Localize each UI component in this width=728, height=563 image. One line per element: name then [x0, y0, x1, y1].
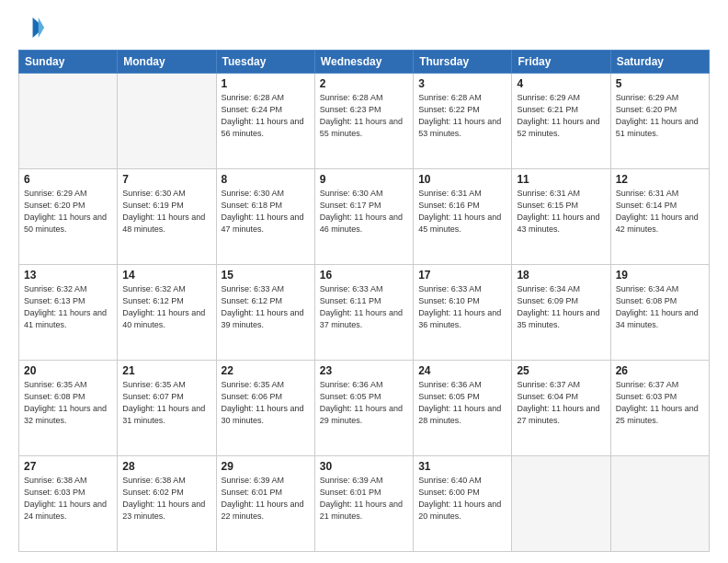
day-info: Sunrise: 6:39 AM Sunset: 6:01 PM Dayligh… — [222, 475, 310, 523]
day-info: Sunrise: 6:29 AM Sunset: 6:20 PM Dayligh… — [24, 188, 112, 236]
day-info: Sunrise: 6:29 AM Sunset: 6:20 PM Dayligh… — [616, 92, 704, 140]
day-info: Sunrise: 6:35 AM Sunset: 6:06 PM Dayligh… — [222, 379, 310, 427]
calendar-cell: 17Sunrise: 6:33 AM Sunset: 6:10 PM Dayli… — [414, 265, 512, 361]
weekday-header-monday: Monday — [118, 51, 216, 74]
calendar-cell: 25Sunrise: 6:37 AM Sunset: 6:04 PM Dayli… — [512, 361, 610, 456]
calendar-cell: 8Sunrise: 6:30 AM Sunset: 6:18 PM Daylig… — [216, 169, 314, 265]
day-info: Sunrise: 6:35 AM Sunset: 6:08 PM Dayligh… — [24, 379, 112, 427]
day-number: 1 — [222, 77, 310, 90]
calendar-cell: 29Sunrise: 6:39 AM Sunset: 6:01 PM Dayli… — [216, 456, 314, 552]
day-info: Sunrise: 6:40 AM Sunset: 6:00 PM Dayligh… — [418, 475, 506, 523]
day-number: 26 — [616, 364, 704, 377]
day-info: Sunrise: 6:32 AM Sunset: 6:12 PM Dayligh… — [122, 283, 210, 331]
day-number: 9 — [320, 173, 408, 186]
weekday-header-friday: Friday — [512, 51, 610, 74]
day-info: Sunrise: 6:29 AM Sunset: 6:21 PM Dayligh… — [517, 92, 605, 140]
day-number: 20 — [24, 364, 112, 377]
day-info: Sunrise: 6:37 AM Sunset: 6:03 PM Dayligh… — [616, 379, 704, 427]
calendar-cell: 5Sunrise: 6:29 AM Sunset: 6:20 PM Daylig… — [610, 74, 709, 169]
day-number: 23 — [320, 364, 408, 377]
day-number: 15 — [222, 269, 310, 282]
calendar-cell — [118, 74, 216, 169]
day-number: 17 — [418, 269, 506, 282]
day-info: Sunrise: 6:37 AM Sunset: 6:04 PM Dayligh… — [517, 379, 605, 427]
day-info: Sunrise: 6:39 AM Sunset: 6:01 PM Dayligh… — [320, 475, 408, 523]
calendar-cell: 31Sunrise: 6:40 AM Sunset: 6:00 PM Dayli… — [414, 456, 512, 552]
calendar-cell: 4Sunrise: 6:29 AM Sunset: 6:21 PM Daylig… — [512, 74, 610, 169]
calendar-cell: 7Sunrise: 6:30 AM Sunset: 6:19 PM Daylig… — [118, 169, 216, 265]
calendar-cell: 21Sunrise: 6:35 AM Sunset: 6:07 PM Dayli… — [118, 361, 216, 456]
day-info: Sunrise: 6:28 AM Sunset: 6:23 PM Dayligh… — [320, 92, 408, 140]
day-info: Sunrise: 6:33 AM Sunset: 6:11 PM Dayligh… — [320, 283, 408, 331]
day-info: Sunrise: 6:31 AM Sunset: 6:16 PM Dayligh… — [418, 188, 506, 236]
day-number: 19 — [616, 269, 704, 282]
calendar-cell: 10Sunrise: 6:31 AM Sunset: 6:16 PM Dayli… — [414, 169, 512, 265]
calendar-cell: 16Sunrise: 6:33 AM Sunset: 6:11 PM Dayli… — [314, 265, 413, 361]
day-number: 14 — [122, 269, 210, 282]
calendar-cell: 14Sunrise: 6:32 AM Sunset: 6:12 PM Dayli… — [118, 265, 216, 361]
weekday-header-tuesday: Tuesday — [216, 51, 314, 74]
day-number: 12 — [616, 173, 704, 186]
day-info: Sunrise: 6:33 AM Sunset: 6:10 PM Dayligh… — [418, 283, 506, 331]
day-info: Sunrise: 6:32 AM Sunset: 6:13 PM Dayligh… — [24, 283, 112, 331]
day-info: Sunrise: 6:38 AM Sunset: 6:03 PM Dayligh… — [24, 475, 112, 523]
logo-icon — [18, 15, 44, 40]
calendar-cell — [512, 456, 610, 552]
calendar-week-2: 6Sunrise: 6:29 AM Sunset: 6:20 PM Daylig… — [19, 169, 710, 265]
day-number: 22 — [222, 364, 310, 377]
day-info: Sunrise: 6:30 AM Sunset: 6:18 PM Dayligh… — [222, 188, 310, 236]
weekday-header-saturday: Saturday — [610, 51, 709, 74]
day-number: 30 — [320, 460, 408, 473]
calendar-cell: 3Sunrise: 6:28 AM Sunset: 6:22 PM Daylig… — [414, 74, 512, 169]
day-number: 18 — [517, 269, 605, 282]
logo — [18, 15, 48, 40]
calendar-cell: 13Sunrise: 6:32 AM Sunset: 6:13 PM Dayli… — [19, 265, 118, 361]
day-number: 8 — [222, 173, 310, 186]
header — [18, 15, 710, 40]
calendar-cell: 22Sunrise: 6:35 AM Sunset: 6:06 PM Dayli… — [216, 361, 314, 456]
day-number: 28 — [122, 460, 210, 473]
calendar-cell: 18Sunrise: 6:34 AM Sunset: 6:09 PM Dayli… — [512, 265, 610, 361]
calendar-cell: 19Sunrise: 6:34 AM Sunset: 6:08 PM Dayli… — [610, 265, 709, 361]
day-info: Sunrise: 6:28 AM Sunset: 6:22 PM Dayligh… — [418, 92, 506, 140]
day-info: Sunrise: 6:33 AM Sunset: 6:12 PM Dayligh… — [222, 283, 310, 331]
calendar-week-3: 13Sunrise: 6:32 AM Sunset: 6:13 PM Dayli… — [19, 265, 710, 361]
calendar-cell — [610, 456, 709, 552]
day-number: 24 — [418, 364, 506, 377]
calendar-cell: 28Sunrise: 6:38 AM Sunset: 6:02 PM Dayli… — [118, 456, 216, 552]
weekday-header-wednesday: Wednesday — [314, 51, 413, 74]
day-info: Sunrise: 6:34 AM Sunset: 6:08 PM Dayligh… — [616, 283, 704, 331]
calendar-cell: 27Sunrise: 6:38 AM Sunset: 6:03 PM Dayli… — [19, 456, 118, 552]
calendar-cell: 23Sunrise: 6:36 AM Sunset: 6:05 PM Dayli… — [314, 361, 413, 456]
day-info: Sunrise: 6:31 AM Sunset: 6:14 PM Dayligh… — [616, 188, 704, 236]
svg-marker-1 — [39, 17, 44, 38]
day-number: 6 — [24, 173, 112, 186]
calendar-cell: 20Sunrise: 6:35 AM Sunset: 6:08 PM Dayli… — [19, 361, 118, 456]
day-number: 25 — [517, 364, 605, 377]
calendar-cell: 30Sunrise: 6:39 AM Sunset: 6:01 PM Dayli… — [314, 456, 413, 552]
day-number: 27 — [24, 460, 112, 473]
day-number: 4 — [517, 77, 605, 90]
day-number: 11 — [517, 173, 605, 186]
calendar-cell: 15Sunrise: 6:33 AM Sunset: 6:12 PM Dayli… — [216, 265, 314, 361]
day-number: 5 — [616, 77, 704, 90]
calendar-cell: 1Sunrise: 6:28 AM Sunset: 6:24 PM Daylig… — [216, 74, 314, 169]
day-number: 29 — [222, 460, 310, 473]
weekday-header-sunday: Sunday — [19, 51, 118, 74]
calendar-week-1: 1Sunrise: 6:28 AM Sunset: 6:24 PM Daylig… — [19, 74, 710, 169]
calendar-cell: 2Sunrise: 6:28 AM Sunset: 6:23 PM Daylig… — [314, 74, 413, 169]
calendar-cell — [19, 74, 118, 169]
day-info: Sunrise: 6:31 AM Sunset: 6:15 PM Dayligh… — [517, 188, 605, 236]
day-info: Sunrise: 6:36 AM Sunset: 6:05 PM Dayligh… — [418, 379, 506, 427]
calendar-week-5: 27Sunrise: 6:38 AM Sunset: 6:03 PM Dayli… — [19, 456, 710, 552]
day-number: 2 — [320, 77, 408, 90]
day-number: 3 — [418, 77, 506, 90]
day-info: Sunrise: 6:30 AM Sunset: 6:17 PM Dayligh… — [320, 188, 408, 236]
page: SundayMondayTuesdayWednesdayThursdayFrid… — [0, 0, 728, 563]
day-info: Sunrise: 6:36 AM Sunset: 6:05 PM Dayligh… — [320, 379, 408, 427]
day-info: Sunrise: 6:28 AM Sunset: 6:24 PM Dayligh… — [222, 92, 310, 140]
calendar-cell: 12Sunrise: 6:31 AM Sunset: 6:14 PM Dayli… — [610, 169, 709, 265]
day-number: 13 — [24, 269, 112, 282]
day-info: Sunrise: 6:35 AM Sunset: 6:07 PM Dayligh… — [122, 379, 210, 427]
day-number: 16 — [320, 269, 408, 282]
